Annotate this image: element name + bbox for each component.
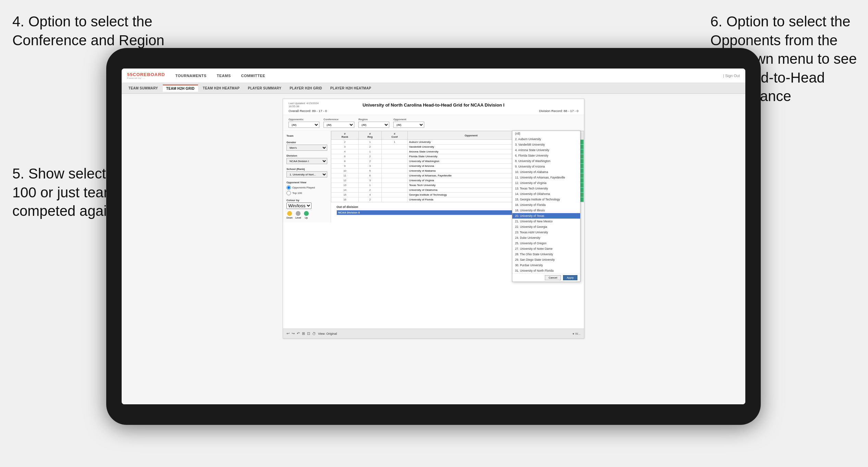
nav-tournaments[interactable]: TOURNAMENTS — [175, 74, 207, 78]
conference-select[interactable]: (All) — [323, 122, 354, 128]
cell-reg: 1 — [358, 140, 381, 145]
cell-rank: 15 — [331, 193, 359, 197]
dropdown-item[interactable]: 28. The Ohio State University — [512, 251, 580, 257]
radio-top100-input[interactable] — [286, 191, 291, 195]
cell-conf — [381, 149, 407, 154]
cell-conf — [381, 164, 407, 169]
radio-opponents-played-input[interactable] — [286, 185, 291, 190]
toolbar-undo[interactable]: ↩ — [286, 331, 290, 336]
division-field: Division NCAA Division I — [286, 154, 327, 164]
dropdown-item[interactable]: 2. Auburn University — [512, 136, 580, 142]
toolbar-right: ● W... — [573, 332, 580, 335]
opponent-view-label: Opponent View — [286, 181, 327, 184]
last-updated: Last Updated: 4/15/2024 16:55:38 — [289, 102, 319, 108]
dropdown-item[interactable]: 21. University of New Mexico — [512, 219, 580, 224]
cell-rank: 14 — [331, 188, 359, 193]
cell-reg: 3 — [358, 164, 381, 169]
dropdown-item[interactable]: 31. University of North Florida — [512, 268, 580, 273]
dropdown-item[interactable]: 27. University of Notre Dame — [512, 246, 580, 251]
dropdown-item[interactable]: 12. University of Virginia — [512, 180, 580, 186]
toolbar-redo[interactable]: ↪ — [292, 331, 295, 336]
radio-opponents-played[interactable]: Opponents Played — [286, 185, 327, 190]
sub-nav: TEAM SUMMARY TEAM H2H GRID TEAM H2H HEAT… — [122, 83, 745, 94]
conference-filter-group: Conference (All) — [323, 118, 354, 128]
sub-nav-team-h2h-heatmap[interactable]: TEAM H2H HEATMAP — [199, 85, 243, 91]
toolbar-paste[interactable]: ⊡ — [307, 331, 310, 336]
cell-conf — [381, 193, 407, 197]
dropdown-item[interactable]: 9. University of Arizona — [512, 164, 580, 169]
report-title: University of North Carolina Head-to-Hea… — [289, 102, 578, 108]
legend-up: Up — [304, 211, 309, 219]
cell-reg: 6 — [358, 173, 381, 178]
nav-committee[interactable]: COMMITTEE — [241, 74, 266, 78]
report-subtitle: Overall Record: 89 - 17 - 0 Division Rec… — [289, 109, 578, 113]
dropdown-item[interactable]: 20. University of Texas — [512, 213, 580, 219]
level-dot — [296, 211, 301, 216]
dropdown-item[interactable]: 15. Georgia Institute of Technology — [512, 197, 580, 202]
cancel-button[interactable]: Cancel — [545, 275, 561, 280]
dropdown-item[interactable]: 10. University of Alabama — [512, 169, 580, 175]
cell-rank: 9 — [331, 164, 359, 169]
school-field: School (Rank) 1. University of Nort... — [286, 168, 327, 177]
dropdown-item[interactable]: 3. Vanderbilt University — [512, 142, 580, 147]
school-select[interactable]: 1. University of Nort... — [286, 171, 327, 177]
dropdown-item[interactable]: 13. Texas Tech University — [512, 186, 580, 191]
col-reg: #Reg — [358, 131, 381, 140]
dropdown-item[interactable]: 22. University of Georgia — [512, 224, 580, 230]
region-filter-group: Region (All) — [358, 118, 389, 128]
dropdown-item[interactable]: 18. University of Illinois — [512, 208, 580, 213]
gender-select[interactable]: Men's — [286, 145, 327, 151]
dropdown-item[interactable]: 24. Duke University — [512, 235, 580, 241]
opponent-view: Opponent View Opponents Played Top 100 — [286, 181, 327, 195]
region-select[interactable]: (All) — [358, 122, 389, 128]
cell-reg: 2 — [358, 159, 381, 164]
dropdown-item[interactable]: 4. Arizona State University — [512, 147, 580, 153]
dropdown-item[interactable]: 16. University of Florida — [512, 202, 580, 208]
toolbar-clock[interactable]: ⏱ — [312, 332, 316, 336]
apply-button[interactable]: Apply — [563, 275, 577, 280]
down-dot — [287, 211, 292, 216]
division-select[interactable]: NCAA Division I — [286, 158, 327, 164]
dropdown-item[interactable]: 30. Purdue University — [512, 262, 580, 268]
radio-top100[interactable]: Top 100 — [286, 191, 327, 195]
cell-reg: 5 — [358, 169, 381, 173]
cell-rank: 4 — [331, 149, 359, 154]
sub-nav-team-h2h-grid[interactable]: TEAM H2H GRID — [163, 85, 198, 92]
dropdown-item[interactable]: 14. University of Oklahoma — [512, 191, 580, 197]
dropdown-item[interactable]: 29. San Diego State University — [512, 257, 580, 262]
dropdown-item[interactable]: 23. Texas A&M University — [512, 230, 580, 235]
sub-nav-player-summary[interactable]: PLAYER SUMMARY — [244, 85, 285, 91]
toolbar-copy[interactable]: ⊞ — [302, 331, 305, 336]
cell-conf — [381, 188, 407, 193]
cell-reg: 4 — [358, 193, 381, 197]
sub-nav-player-h2h-heatmap[interactable]: PLAYER H2H HEATMAP — [327, 85, 375, 91]
division-label: Division — [286, 154, 327, 157]
toolbar: ↩ ↪ ↶ ⊞ ⊡ ⏱ View: Original ● W... — [283, 329, 584, 338]
toolbar-back[interactable]: ↶ — [297, 331, 300, 336]
cell-rank: 3 — [331, 145, 359, 149]
cell-rank: 11 — [331, 173, 359, 178]
opponent-select[interactable]: (All) — [393, 122, 424, 128]
dropdown-item[interactable]: (All) — [512, 131, 580, 136]
cell-reg: 1 — [358, 149, 381, 154]
nav-teams[interactable]: TEAMS — [217, 74, 231, 78]
dropdown-item[interactable]: 11. University of Arkansas, Fayetteville — [512, 175, 580, 180]
overall-record: Overall Record: 89 - 17 - 0 — [289, 109, 327, 113]
colour-select[interactable]: Win/loss — [286, 202, 311, 209]
view-label: View: Original — [318, 332, 337, 335]
opponents-select[interactable]: (All) — [289, 122, 319, 128]
dropdown-buttons: Cancel Apply — [512, 273, 580, 282]
cell-rank: 16 — [331, 197, 359, 202]
cell-reg: 2 — [358, 197, 381, 202]
sub-nav-player-h2h-grid[interactable]: PLAYER H2H GRID — [286, 85, 326, 91]
nav-signout[interactable]: | Sign Out — [723, 74, 740, 78]
dropdown-item[interactable]: 25. University of Oregon — [512, 241, 580, 246]
cell-rank: 10 — [331, 169, 359, 173]
nav-bar: 55COREBOARD Powered by ... TOURNAMENTS T… — [122, 69, 745, 83]
division-record: Division Record: 88 - 17 - 0 — [539, 109, 578, 113]
dropdown-item[interactable]: 6. Florida State University — [512, 153, 580, 158]
dropdown-item[interactable]: 8. University of Washington — [512, 158, 580, 164]
cell-conf — [381, 183, 407, 188]
sub-nav-team-summary[interactable]: TEAM SUMMARY — [125, 85, 161, 91]
opponent-filter-group: Opponent (All) — [393, 118, 424, 128]
